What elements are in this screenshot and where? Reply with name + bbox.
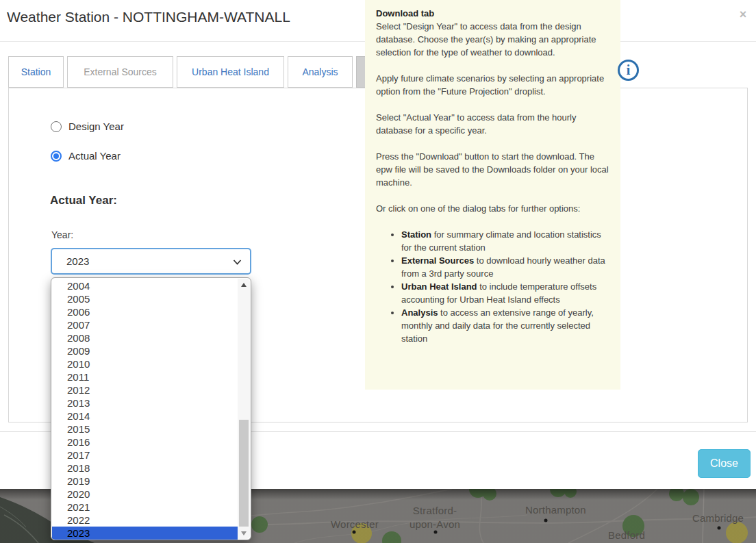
scroll-down-icon[interactable]	[238, 527, 250, 539]
help-paragraph: Select "Actual Year" to access data from…	[376, 111, 609, 137]
design-year-radio[interactable]: Design Year	[51, 121, 124, 132]
year-option[interactable]: 2009	[52, 344, 238, 357]
year-option[interactable]: 2023	[52, 527, 238, 540]
listbox-scrollbar[interactable]	[238, 279, 250, 539]
close-button[interactable]: Close	[698, 449, 751, 478]
info-icon[interactable]: i	[618, 60, 639, 81]
help-bullet: Urban Heat Island to include temperature…	[401, 280, 609, 306]
year-option[interactable]: 2008	[52, 331, 238, 344]
help-bullet: Analysis to access an extensive range of…	[401, 306, 609, 345]
help-bullet-list: Station for summary climate and location…	[376, 228, 609, 345]
year-select-value: 2023	[66, 255, 89, 267]
scrollbar-thumb[interactable]	[239, 420, 249, 527]
actual-year-heading: Actual Year:	[50, 194, 117, 207]
year-option[interactable]: 2019	[52, 475, 238, 488]
help-paragraph: Select "Design Year" to access data from…	[376, 20, 609, 59]
year-option[interactable]: 2018	[52, 462, 238, 475]
map-label-bedford: Bedford	[608, 529, 645, 541]
year-listbox[interactable]: 2004200520062007200820092010201120122013…	[51, 277, 251, 540]
year-option[interactable]: 2013	[52, 396, 238, 409]
design-year-label: Design Year	[68, 121, 124, 132]
year-option[interactable]: 2017	[52, 449, 238, 462]
scroll-up-icon[interactable]	[238, 279, 250, 290]
radio-circle-selected[interactable]	[51, 151, 62, 162]
tab-external-sources[interactable]: External Sources	[67, 56, 173, 88]
year-option[interactable]: 2016	[52, 435, 238, 449]
year-option-list: 2004200520062007200820092010201120122013…	[52, 279, 238, 540]
year-select[interactable]: 2023	[51, 248, 251, 275]
year-option[interactable]: 2012	[52, 383, 238, 396]
map-label-stratford: Stratford- upon-Avon	[405, 504, 464, 531]
radio-circle-unselected[interactable]	[51, 121, 62, 132]
actual-year-radio[interactable]: Actual Year	[51, 150, 121, 162]
year-option[interactable]: 2022	[52, 514, 238, 527]
year-option[interactable]: 2007	[52, 318, 238, 331]
year-option[interactable]: 2004	[52, 279, 238, 292]
download-help-panel: Download tab Select "Design Year" to acc…	[365, 0, 620, 390]
help-bullet: External Sources to download hourly weat…	[401, 254, 609, 280]
help-paragraph: Apply future climate scenarios by select…	[376, 72, 609, 98]
year-option[interactable]: 2005	[52, 292, 238, 305]
year-option[interactable]: 2020	[52, 488, 238, 501]
help-paragraph: Press the "Download" button to start the…	[376, 150, 609, 189]
dialog-title: Weather Station - NOTTINGHAM-WATNALL	[7, 9, 290, 25]
year-option[interactable]: 2006	[52, 305, 238, 318]
help-panel-title: Download tab	[376, 7, 609, 20]
map-label-northampton: Northampton	[525, 504, 586, 516]
help-bullet: Station for summary climate and location…	[401, 228, 609, 254]
year-option[interactable]: 2011	[52, 370, 238, 383]
tab-analysis[interactable]: Analysis	[288, 56, 353, 88]
year-field-label: Year:	[51, 229, 73, 240]
help-paragraph: Or click on one of the dialog tabs for f…	[376, 202, 609, 215]
year-option[interactable]: 2015	[52, 422, 238, 435]
year-option[interactable]: 2021	[52, 501, 238, 514]
year-option[interactable]: 2014	[52, 409, 238, 422]
actual-year-label: Actual Year	[68, 150, 121, 162]
chevron-down-icon	[233, 260, 242, 265]
close-icon[interactable]: ×	[735, 7, 751, 22]
tab-urban-heat-island[interactable]: Urban Heat Island	[177, 56, 284, 88]
year-option[interactable]: 2010	[52, 357, 238, 370]
map-label-worcester: Worcester	[331, 518, 379, 530]
map-label-cambridge: Cambridge	[692, 512, 744, 524]
tab-bar: Station External Sources Urban Heat Isla…	[8, 56, 373, 88]
tab-station[interactable]: Station	[8, 56, 64, 88]
